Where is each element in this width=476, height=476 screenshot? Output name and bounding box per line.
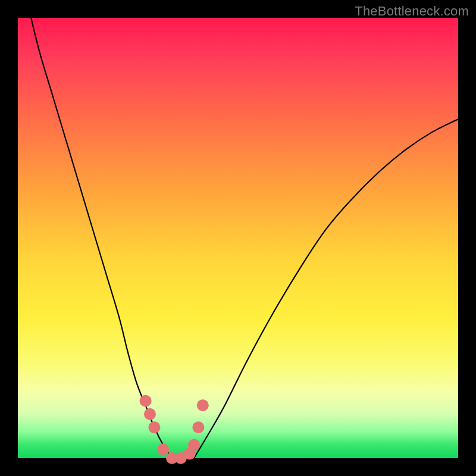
- curve-layer: [18, 18, 458, 458]
- data-marker: [188, 439, 200, 451]
- data-marker: [157, 443, 169, 455]
- bottleneck-curve-left: [31, 18, 172, 458]
- marker-group: [140, 395, 209, 464]
- data-marker: [148, 421, 160, 433]
- plot-area: [18, 18, 458, 458]
- data-marker: [144, 408, 156, 420]
- bottleneck-curve-right: [194, 119, 458, 458]
- data-marker: [140, 395, 152, 407]
- data-marker: [197, 399, 209, 411]
- watermark-text: TheBottleneck.com: [355, 4, 469, 19]
- chart-frame: TheBottleneck.com: [0, 0, 476, 476]
- data-marker: [192, 421, 204, 433]
